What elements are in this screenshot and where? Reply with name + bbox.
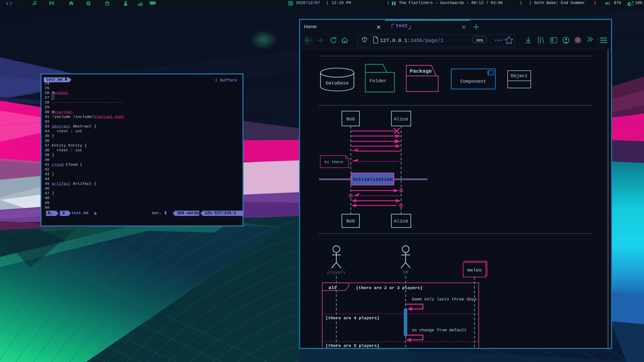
svg-text:[there are 2 or 3 players]: [there are 2 or 3 players] (356, 286, 423, 290)
svg-text:127.0.0.1:3456/page/1: 127.0.0.1:3456/page/1 (380, 38, 444, 43)
svg-text:Game only lasts three days: Game only lasts three days (412, 297, 476, 302)
svg-text:Initialization: Initialization (352, 177, 393, 182)
svg-text:90%: 90% (476, 38, 483, 43)
svg-text:players: players (327, 270, 346, 275)
svg-text:DataBase: DataBase (326, 80, 349, 86)
svg-text:Alice: Alice (394, 218, 408, 224)
svg-text:GM: GM (403, 270, 408, 275)
svg-text:Package: Package (410, 68, 432, 74)
svg-text:Bob: Bob (346, 218, 355, 224)
svg-text:[there are 5 players]: [there are 5 players] (326, 343, 379, 348)
svg-text:meleo: meleo (467, 267, 481, 273)
svg-text:Object: Object (511, 73, 528, 79)
svg-text:alt: alt (329, 285, 337, 290)
svg-text:no change from default: no change from default (412, 328, 467, 333)
svg-text:Bob: Bob (346, 116, 355, 122)
svg-text:Component: Component (460, 79, 486, 84)
svg-text:[there are 4 players]: [there are 4 players] (326, 316, 379, 321)
svg-text:hi there: hi there (325, 160, 343, 164)
svg-text:Alice: Alice (394, 116, 408, 122)
svg-text:Folder: Folder (370, 78, 387, 84)
